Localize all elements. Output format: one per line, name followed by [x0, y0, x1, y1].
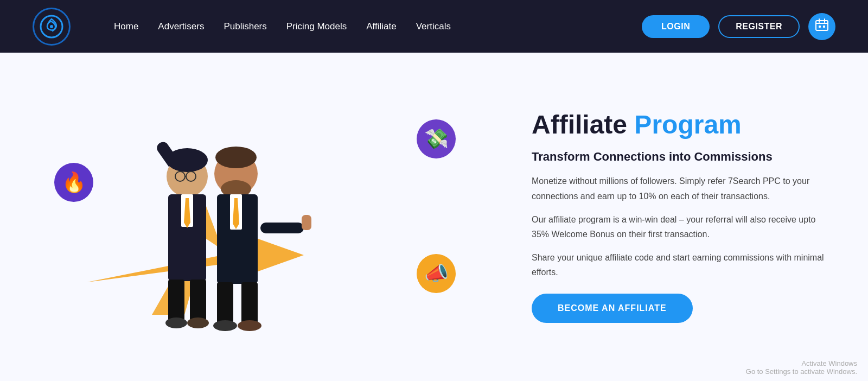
hero-para-1: Monetize without millions of followers. … [532, 174, 825, 203]
nav-item-advertisers[interactable]: Advertisers [158, 21, 204, 32]
megaphone-emoji: 📣 [424, 262, 449, 285]
svg-rect-26 [260, 223, 304, 233]
register-button[interactable]: REGISTER [718, 15, 800, 38]
badge-megaphone-icon: 📣 [417, 254, 456, 293]
hero-illustration: 🔥 💸 [43, 87, 499, 347]
logo[interactable] [33, 8, 71, 46]
fire-emoji: 🔥 [62, 171, 86, 194]
hero-subtitle: Transform Connections into Commissions [532, 150, 825, 164]
nav-links: Home Advertisers Publishers Pricing Mode… [114, 21, 620, 32]
hero-content: Affiliate Program Transform Connections … [499, 111, 825, 323]
svg-rect-31 [217, 282, 233, 326]
hero-title: Affiliate Program [532, 111, 825, 139]
svg-point-33 [213, 320, 237, 331]
hero-title-black: Affiliate [532, 110, 627, 139]
svg-point-21 [165, 318, 187, 328]
nav-item-affiliate[interactable]: Affiliate [366, 21, 396, 32]
svg-point-22 [187, 318, 209, 328]
nav-item-verticals[interactable]: Verticals [416, 21, 451, 32]
hero-para-3: Share your unique affiliate code and sta… [532, 250, 825, 280]
calendar-button[interactable] [808, 13, 835, 40]
svg-rect-6 [819, 26, 821, 28]
calendar-icon [815, 18, 829, 35]
svg-rect-32 [241, 282, 258, 326]
nav-item-home[interactable]: Home [114, 21, 138, 32]
money-emoji: 💸 [424, 128, 449, 150]
svg-point-34 [238, 320, 261, 331]
navbar: Home Advertisers Publishers Pricing Mode… [0, 0, 868, 53]
logo-icon [33, 8, 71, 46]
login-button[interactable]: LOGIN [642, 15, 710, 38]
badge-fire-icon: 🔥 [54, 163, 93, 202]
businessmen-figure [98, 114, 326, 358]
svg-rect-19 [168, 280, 184, 323]
svg-rect-27 [302, 215, 311, 230]
svg-point-1 [50, 25, 53, 28]
nav-actions: LOGIN REGISTER [642, 13, 835, 40]
nav-item-pricing[interactable]: Pricing Models [286, 21, 347, 32]
hero-para-2: Our affiliate program is a win-win deal … [532, 212, 825, 242]
svg-point-24 [215, 147, 257, 168]
badge-money-icon: 💸 [417, 119, 456, 158]
nav-item-publishers[interactable]: Publishers [224, 21, 266, 32]
svg-rect-2 [816, 21, 828, 30]
svg-rect-7 [823, 26, 825, 28]
become-affiliate-button[interactable]: BECOME AN AFFILIATE [532, 294, 693, 323]
hero-section: 🔥 💸 [0, 53, 868, 381]
svg-point-12 [167, 148, 208, 172]
svg-rect-20 [190, 280, 206, 323]
hero-title-blue: Program [634, 110, 741, 139]
